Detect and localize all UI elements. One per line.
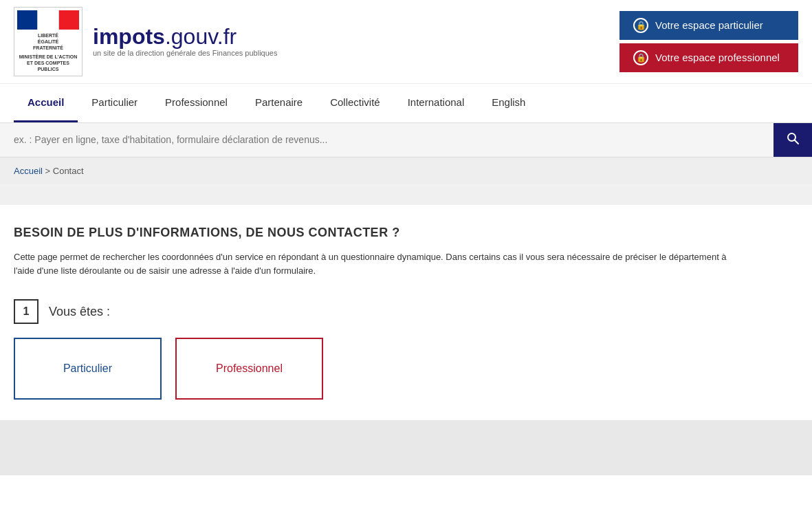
search-icon — [786, 131, 800, 149]
nav-particulier[interactable]: Particulier — [78, 84, 151, 122]
republic-text: LIBERTÉ ÉGALITÉ FRATERNITÉ — [17, 32, 79, 51]
site-logo: impots.gouv.fr un site de la direction g… — [93, 25, 277, 57]
nav-english[interactable]: English — [478, 84, 539, 122]
lock-icon-professionnel: 🔒 — [633, 50, 648, 65]
government-logo: LIBERTÉ ÉGALITÉ FRATERNITÉ MINISTÈRE DE … — [14, 7, 83, 76]
spacer-top — [0, 184, 812, 205]
page-title: BESOIN DE PLUS D'INFORMATIONS, DE NOUS C… — [14, 226, 770, 240]
site-title: impots.gouv.fr — [93, 25, 277, 47]
page-description: Cette page permet de rechercher les coor… — [14, 250, 736, 279]
choice-professionnel-label: Professionnel — [216, 362, 283, 375]
nav-collectivite[interactable]: Collectivité — [316, 84, 394, 122]
nav-accueil[interactable]: Accueil — [14, 84, 78, 122]
espace-professionnel-button[interactable]: 🔒 Votre espace professionnel — [619, 43, 798, 72]
nav-professionnel[interactable]: Professionnel — [151, 84, 241, 122]
choice-buttons: Particulier Professionnel — [14, 338, 770, 400]
header-left: LIBERTÉ ÉGALITÉ FRATERNITÉ MINISTÈRE DE … — [14, 7, 277, 76]
flag-red — [59, 10, 79, 30]
step-1-header: 1 Vous êtes : — [14, 299, 770, 324]
espace-particulier-label: Votre espace particulier — [655, 19, 763, 31]
lock-icon-particulier: 🔒 — [633, 18, 648, 33]
flag-white — [37, 10, 58, 30]
logo-impots: impots — [93, 24, 165, 49]
breadcrumb-current: Contact — [53, 166, 84, 176]
header: LIBERTÉ ÉGALITÉ FRATERNITÉ MINISTÈRE DE … — [0, 0, 812, 84]
step-label: Vous êtes : — [49, 305, 110, 319]
espace-particulier-button[interactable]: 🔒 Votre espace particulier — [619, 11, 798, 40]
footer-area — [0, 420, 812, 475]
main-content: BESOIN DE PLUS D'INFORMATIONS, DE NOUS C… — [0, 205, 784, 421]
logo-tld: .fr — [217, 24, 237, 49]
nav-international[interactable]: International — [394, 84, 479, 122]
nav-partenaire[interactable]: Partenaire — [241, 84, 316, 122]
flag-blue — [17, 10, 37, 30]
logo-domain: .gouv — [165, 24, 217, 49]
choice-particulier-label: Particulier — [63, 362, 112, 375]
breadcrumb-home[interactable]: Accueil — [14, 166, 43, 176]
espace-professionnel-label: Votre espace professionnel — [655, 52, 780, 63]
header-buttons: 🔒 Votre espace particulier 🔒 Votre espac… — [619, 11, 798, 72]
french-flag — [17, 10, 79, 30]
ministry-text: MINISTÈRE DE L'ACTION ET DES COMPTES PUB… — [17, 54, 79, 72]
search-button[interactable] — [773, 123, 812, 157]
main-nav: Accueil Particulier Professionnel Parten… — [0, 84, 812, 123]
step-number: 1 — [14, 299, 39, 324]
breadcrumb: Accueil > Contact — [0, 157, 812, 184]
breadcrumb-separator: > — [45, 166, 53, 176]
site-subtitle: un site de la direction générale des Fin… — [93, 49, 277, 57]
search-bar — [0, 123, 812, 157]
choice-particulier-button[interactable]: Particulier — [14, 338, 162, 400]
choice-professionnel-button[interactable]: Professionnel — [175, 338, 323, 400]
svg-line-1 — [795, 140, 799, 144]
search-input[interactable] — [0, 124, 773, 155]
